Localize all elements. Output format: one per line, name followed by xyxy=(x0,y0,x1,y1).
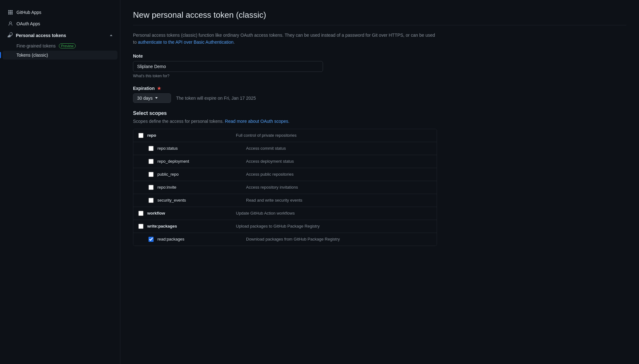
scope-desc-workflow: Update GitHub Action workflows xyxy=(236,211,432,216)
scopes-container: repo Full control of private repositorie… xyxy=(133,129,437,246)
page-title: New personal access token (classic) xyxy=(133,10,626,25)
scope-name-write-packages: write:packages xyxy=(147,224,236,229)
scope-checkbox-workflow[interactable] xyxy=(138,211,143,216)
note-label: Note xyxy=(133,53,437,59)
expiration-form-group: Expiration ★ 30 days The token will expi… xyxy=(133,86,437,103)
tokens-classic-label: Tokens (classic) xyxy=(16,53,48,58)
scope-row-public-repo: public_repo Access public repositories xyxy=(133,168,437,181)
scope-row-repo-invite: repo:invite Access repository invitation… xyxy=(133,181,437,194)
expiration-select[interactable]: 30 days xyxy=(133,93,171,103)
sidebar-item-github-apps[interactable]: GitHub Apps xyxy=(3,7,117,18)
scope-checkbox-security-events[interactable] xyxy=(149,198,154,203)
sidebar-item-label: OAuth Apps xyxy=(16,21,40,26)
scopes-title: Select scopes xyxy=(133,110,437,116)
sidebar-item-oauth-apps[interactable]: OAuth Apps xyxy=(3,18,117,29)
required-indicator: ★ xyxy=(157,86,161,91)
scope-row-repo: repo Full control of private repositorie… xyxy=(133,129,437,142)
scope-desc-write-packages: Upload packages to GitHub Package Regist… xyxy=(236,224,432,229)
sidebar-item-personal-access-tokens[interactable]: Personal access tokens xyxy=(3,30,117,41)
oauth-scopes-link[interactable]: Read more about OAuth scopes. xyxy=(225,119,289,124)
scope-row-repo-status: repo:status Access commit status xyxy=(133,142,437,155)
scope-desc-repo-deployment: Access deployment status xyxy=(246,159,432,164)
scope-checkbox-repo-invite[interactable] xyxy=(149,185,154,190)
scope-desc-security-events: Read and write security events xyxy=(246,198,432,203)
sidebar-section-header-label: Personal access tokens xyxy=(16,33,66,38)
scope-row-repo-deployment: repo_deployment Access deployment status xyxy=(133,155,437,168)
scopes-form-group: Select scopes Scopes define the access f… xyxy=(133,110,437,246)
scope-row-read-packages: read:packages Download packages from Git… xyxy=(133,233,437,246)
page-description: Personal access tokens (classic) functio… xyxy=(133,32,437,46)
scope-checkbox-read-packages[interactable] xyxy=(149,237,154,242)
fine-grained-tokens-label: Fine-grained tokens xyxy=(16,43,56,48)
person-icon xyxy=(8,21,13,27)
scope-name-repo-invite: repo:invite xyxy=(157,185,246,190)
scope-checkbox-repo[interactable] xyxy=(138,133,143,138)
expiration-row: 30 days The token will expire on Fri, Ja… xyxy=(133,93,437,103)
scope-name-repo-status: repo:status xyxy=(157,146,246,151)
scopes-description: Scopes define the access for personal to… xyxy=(133,119,437,124)
scope-checkbox-public-repo[interactable] xyxy=(149,172,154,177)
scope-row-security-events: security_events Read and write security … xyxy=(133,194,437,207)
sidebar-item-fine-grained-tokens[interactable]: Fine-grained tokens Preview xyxy=(3,41,117,50)
scope-checkbox-repo-deployment[interactable] xyxy=(149,159,154,164)
scope-desc-repo: Full control of private repositories xyxy=(236,133,432,138)
sidebar-item-label: GitHub Apps xyxy=(16,10,41,15)
note-input[interactable] xyxy=(133,61,323,72)
key-icon xyxy=(8,32,13,38)
preview-badge: Preview xyxy=(59,43,76,48)
expiration-info: The token will expire on Fri, Jan 17 202… xyxy=(176,96,256,101)
scope-name-security-events: security_events xyxy=(157,198,246,203)
scope-name-repo-deployment: repo_deployment xyxy=(157,159,246,164)
scope-row-workflow: workflow Update GitHub Action workflows xyxy=(133,207,437,220)
scope-name-workflow: workflow xyxy=(147,211,236,216)
sidebar: GitHub Apps OAuth Apps Personal access t… xyxy=(0,0,120,364)
chevron-down-icon xyxy=(155,97,158,99)
chevron-up-icon xyxy=(110,35,112,36)
api-auth-link[interactable]: authenticate to the API over Basic Authe… xyxy=(138,40,234,45)
scope-row-write-packages: write:packages Upload packages to GitHub… xyxy=(133,220,437,233)
sidebar-item-tokens-classic[interactable]: Tokens (classic) xyxy=(3,51,117,60)
note-form-group: Note What's this token for? xyxy=(133,53,437,78)
scope-desc-read-packages: Download packages from GitHub Package Re… xyxy=(246,237,432,242)
grid-icon xyxy=(8,9,13,15)
scope-name-repo: repo xyxy=(147,133,236,138)
scope-checkbox-write-packages[interactable] xyxy=(138,224,143,229)
scope-desc-repo-invite: Access repository invitations xyxy=(246,185,432,190)
scope-checkbox-repo-status[interactable] xyxy=(149,146,154,151)
scope-name-read-packages: read:packages xyxy=(157,237,246,242)
scope-desc-repo-status: Access commit status xyxy=(246,146,432,151)
main-content: New personal access token (classic) Pers… xyxy=(120,0,639,364)
note-hint: What's this token for? xyxy=(133,74,437,78)
expiration-label: Expiration ★ xyxy=(133,86,437,91)
scope-name-public-repo: public_repo xyxy=(157,172,246,177)
scope-desc-public-repo: Access public repositories xyxy=(246,172,432,177)
